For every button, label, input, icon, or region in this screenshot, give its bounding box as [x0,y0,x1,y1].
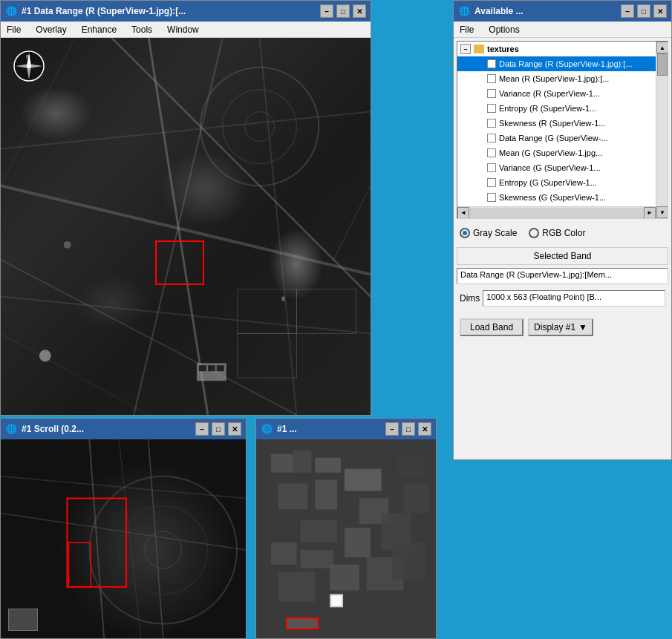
h-scroll-left[interactable]: ◄ [457,207,469,219]
svg-rect-49 [301,520,338,543]
svg-point-22 [64,241,71,249]
tree-checkbox-3[interactable] [487,104,496,113]
bands-close-button[interactable]: ✕ [653,4,667,18]
tree-checkbox-2[interactable] [487,89,496,98]
svg-rect-60 [403,484,429,514]
tree-label-4: Skewness (R (SuperView-1... [499,119,605,128]
svg-rect-14 [217,365,224,371]
small-window: 🌐 #1 ... – □ ✕ [255,418,437,639]
main-close-button[interactable]: ✕ [353,4,366,18]
svg-rect-46 [315,480,337,510]
bands-minimize-button[interactable]: – [621,4,634,18]
menu-tools[interactable]: Tools [128,23,155,36]
bands-titlebar: 🌐 Available ... – □ ✕ [454,1,671,22]
tree-checkbox-5[interactable] [487,134,496,142]
tree-scroll-down[interactable]: ▼ [656,206,668,218]
tree-horizontal-scrollbar[interactable]: ◄ ► [457,206,656,218]
tree-item-5[interactable]: Data Range (G (SuperView-... [457,131,668,145]
bands-menu-options[interactable]: Options [486,23,522,36]
rgb-label: RGB Color [542,228,585,238]
scroll-close-button[interactable]: ✕ [228,422,241,436]
svg-rect-44 [315,458,341,473]
tree-scroll-up[interactable]: ▲ [656,42,668,53]
tree-label-2: Variance (R (SuperView-1... [499,89,600,98]
tree-item-4[interactable]: Skewness (R (SuperView-1... [457,116,668,131]
menu-enhance[interactable]: Enhance [79,23,120,36]
svg-rect-54 [278,572,316,602]
svg-line-5 [1,297,371,334]
svg-rect-52 [271,543,297,565]
tree-label-3: Entropy (R (SuperView-1... [499,104,596,113]
rgb-radio[interactable]: RGB Color [529,228,585,238]
dims-value: 1000 x 563 (Floating Point) [B... [483,290,665,307]
svg-rect-45 [278,484,308,510]
svg-line-17 [333,186,371,260]
tree-checkbox-0[interactable] [487,59,496,68]
tree-item-1[interactable]: Mean (R (SuperView-1.jpg):[... [457,71,668,86]
small-restore-button[interactable]: □ [402,422,415,436]
load-band-button[interactable]: Load Band [460,318,523,336]
tree-vertical-scrollbar[interactable]: ▲ ▼ [656,42,668,218]
scroll-minimize-button[interactable]: – [195,422,209,436]
main-minimize-button[interactable]: – [320,4,333,18]
tree-scroll-thumb[interactable] [657,53,668,76]
svg-line-10 [1,260,296,415]
tree-checkbox-1[interactable] [487,74,496,83]
svg-rect-53 [301,550,334,568]
svg-rect-50 [345,528,371,557]
tree-collapse-icon[interactable]: – [460,44,471,54]
display-button-label: Display #1 [534,322,575,332]
roads-overlay [1,38,371,415]
scroll-titlebar-buttons: – □ ✕ [195,422,241,436]
tree-label-5: Data Range (G (SuperView-... [499,134,608,142]
tree-item-7[interactable]: Variance (G (SuperView-1... [457,160,668,175]
tree-item-9[interactable]: Skewness (G (SuperView-1... [457,190,668,205]
small-titlebar-buttons: – □ ✕ [385,422,431,436]
tree-label-6: Mean (G (SuperView-1.jpg... [499,148,602,157]
main-restore-button[interactable]: □ [336,4,350,18]
rgb-radio-circle[interactable] [529,228,539,238]
main-window: 🌐 #1 Data Range (R (SuperView-1.jpg):[..… [0,0,371,416]
bands-menu-file[interactable]: File [457,23,477,36]
tree-label-0: Data Range (R (SuperView-1.jpg):[... [499,59,633,68]
scroll-window: 🌐 #1 Scroll (0.2... – □ ✕ [0,418,247,639]
svg-point-35 [119,505,207,594]
selected-band-value: Data Range (R (SuperView-1.jpg):[Mem... [457,268,668,284]
dims-row: Dims 1000 x 563 (Floating Point) [B... [454,284,671,312]
scroll-image-area [1,439,246,638]
bands-restore-button[interactable]: □ [637,4,650,18]
tree-checkbox-8[interactable] [487,178,496,187]
menu-file[interactable]: File [4,23,24,36]
tree-checkbox-9[interactable] [487,193,496,202]
zoom-red-indicator [286,617,319,629]
svg-rect-61 [392,543,425,580]
tree-root-item[interactable]: – textures [457,42,668,56]
tree-item-8[interactable]: Entropy (G (SuperView-1... [457,175,668,190]
tree-item-0[interactable]: Data Range (R (SuperView-1.jpg):[... [457,56,668,71]
tree-checkbox-4[interactable] [487,119,496,128]
menu-overlay[interactable]: Overlay [33,23,69,36]
small-close-button[interactable]: ✕ [418,422,431,436]
bands-window: 🌐 Available ... – □ ✕ File Options – tex… [453,0,672,460]
grayscale-label: Gray Scale [473,228,517,238]
grayscale-radio[interactable]: Gray Scale [460,228,517,238]
svg-rect-58 [331,595,342,606]
small-image-area [256,439,436,638]
small-minimize-button[interactable]: – [385,422,399,436]
tree-label-8: Entropy (G (SuperView-1... [499,178,597,187]
tree-item-6[interactable]: Mean (G (SuperView-1.jpg... [457,145,668,160]
menu-window[interactable]: Window [164,23,202,36]
dims-label: Dims [460,293,480,304]
main-titlebar: 🌐 #1 Data Range (R (SuperView-1.jpg):[..… [1,1,371,22]
tree-checkbox-6[interactable] [487,148,496,157]
tree-checkbox-7[interactable] [487,163,496,172]
h-scroll-right[interactable]: ► [644,207,656,219]
small-window-icon: 🌐 [261,423,273,435]
grayscale-radio-circle[interactable] [460,228,470,238]
display-dropdown-button[interactable]: Display #1 ▼ [528,318,593,336]
tree-item-2[interactable]: Variance (R (SuperView-1... [457,86,668,101]
scroll-restore-button[interactable]: □ [212,422,225,436]
tree-label-1: Mean (R (SuperView-1.jpg):[... [499,74,609,83]
tree-item-3[interactable]: Entropy (R (SuperView-1... [457,101,668,116]
svg-text:N: N [26,53,30,60]
